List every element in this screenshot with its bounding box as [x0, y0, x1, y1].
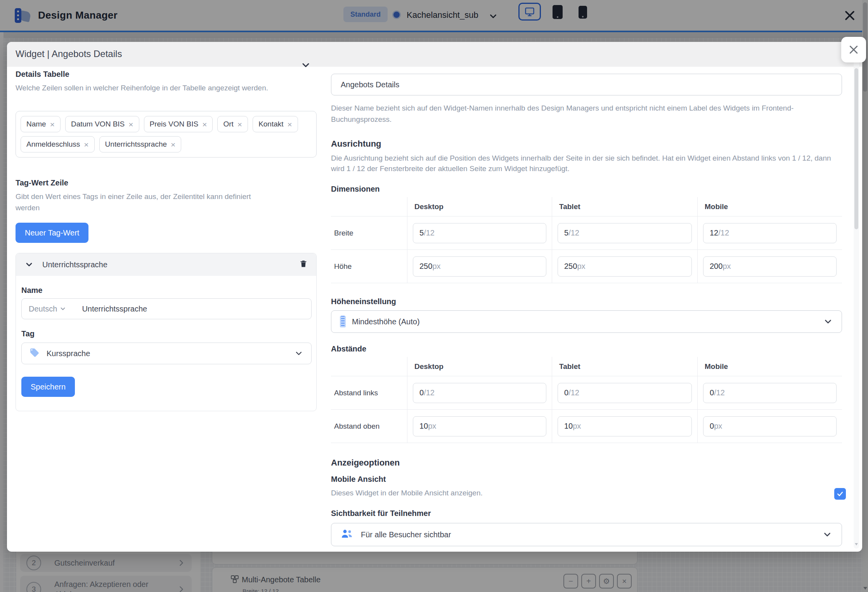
- modal-right-column: Angebots Details Dieser Name bezieht sic…: [331, 42, 842, 552]
- tag-wert-panel: Unterrichtssprache Name Deutsch Unterric…: [16, 253, 317, 411]
- chip[interactable]: Name×: [21, 116, 61, 132]
- chevron-down-icon[interactable]: [294, 349, 303, 358]
- abstand-links-desktop-input[interactable]: 0/12: [413, 383, 546, 403]
- abstand-oben-desktop-input[interactable]: 10px: [413, 416, 546, 436]
- panel-title: Unterrichtssprache: [42, 260, 291, 269]
- chip[interactable]: Anmeldeschluss×: [21, 136, 95, 152]
- tag-wert-description: Gibt den Wert eines Tags in einer Zeile …: [16, 191, 272, 213]
- column-header-desktop: Desktop: [407, 357, 552, 376]
- chip-remove-icon[interactable]: ×: [288, 120, 292, 128]
- breite-mobile-input[interactable]: 12/12: [703, 223, 837, 243]
- chip-remove-icon[interactable]: ×: [237, 120, 242, 128]
- modal-scrollbar-thumb[interactable]: [854, 68, 858, 229]
- ausrichtung-heading: Ausrichtung: [331, 139, 381, 149]
- language-selector[interactable]: Deutsch: [29, 305, 66, 313]
- ausrichtung-description: Die Ausrichtung bezieht sich auf die Pos…: [331, 153, 842, 174]
- breite-desktop-input[interactable]: 5/12: [413, 223, 546, 243]
- details-tabelle-heading: Details Tabelle: [16, 70, 69, 79]
- chip[interactable]: Unterrichtssprache×: [99, 136, 182, 152]
- chip-remove-icon[interactable]: ×: [50, 120, 55, 128]
- hoeheneinstellung-value: Mindesthöhe (Auto): [352, 317, 817, 326]
- sichtbarkeit-label: Sichtbarkeit für Teilnehmer: [331, 509, 431, 518]
- widget-name-hint: Dieser Name bezieht sich auf den Widget-…: [331, 102, 812, 125]
- tag-wert-heading: Tag-Wert Zeile: [16, 178, 68, 187]
- row-label: Breite: [331, 216, 407, 250]
- mobile-ansicht-description: Dieses Widget in der Mobile Ansicht anze…: [331, 487, 797, 499]
- row-label: Höhe: [331, 250, 407, 283]
- chip[interactable]: Kontakt×: [253, 116, 298, 132]
- new-tag-wert-button[interactable]: Neuer Tag-Wert: [16, 223, 88, 243]
- chip-remove-icon[interactable]: ×: [202, 120, 207, 128]
- abstand-oben-mobile-input[interactable]: 0px: [703, 416, 837, 436]
- breite-tablet-input[interactable]: 5/12: [558, 223, 692, 243]
- tag-select[interactable]: Kurssprache: [21, 343, 312, 364]
- abstand-links-mobile-input[interactable]: 0/12: [703, 383, 837, 403]
- dimensionen-heading: Dimensionen: [331, 185, 380, 194]
- abstaende-heading: Abstände: [331, 344, 366, 353]
- chip[interactable]: Datum VON BIS×: [65, 116, 139, 132]
- chip-remove-icon[interactable]: ×: [171, 140, 175, 149]
- name-label: Name: [21, 286, 42, 295]
- dimensionen-table: Desktop Tablet Mobile Breite 5/12 5/12 1…: [331, 197, 842, 283]
- users-icon: [341, 528, 353, 541]
- mobile-ansicht-checkbox[interactable]: [834, 488, 846, 500]
- column-header-mobile: Mobile: [697, 197, 842, 216]
- sichtbarkeit-value: Für alle Besucher sichtbar: [361, 530, 814, 539]
- hoeheneinstellung-select[interactable]: Mindesthöhe (Auto): [331, 310, 842, 333]
- tag-select-value: Kurssprache: [47, 349, 287, 358]
- abstaende-table: Desktop Tablet Mobile Abstand links 0/12…: [331, 357, 842, 443]
- column-header-tablet: Tablet: [552, 357, 697, 376]
- chevron-down-icon[interactable]: [822, 530, 832, 540]
- tag-icon: [29, 348, 40, 359]
- modal-left-column: Details Tabelle Welche Zeilen sollen in …: [16, 42, 317, 552]
- chip[interactable]: Ort×: [217, 116, 248, 132]
- modal-close-button[interactable]: [841, 37, 866, 62]
- hoehe-tablet-input[interactable]: 250px: [558, 256, 692, 277]
- details-tabelle-description: Welche Zeilen sollen in welcher Reihenfo…: [16, 82, 272, 93]
- column-header-tablet: Tablet: [552, 197, 697, 216]
- chevron-down-icon[interactable]: [823, 317, 833, 327]
- widget-settings-modal: Widget | Angebots Details Details Tabell…: [7, 42, 862, 552]
- scroll-down-arrow-icon[interactable]: [855, 543, 858, 545]
- panel-header[interactable]: Unterrichtssprache: [16, 253, 316, 276]
- hoehe-desktop-input[interactable]: 250px: [413, 256, 546, 277]
- mobile-ansicht-label: Mobile Ansicht: [331, 475, 386, 484]
- abstand-oben-tablet-input[interactable]: 10px: [558, 416, 692, 436]
- chip-remove-icon[interactable]: ×: [128, 120, 133, 128]
- widget-name-input[interactable]: Angebots Details: [331, 74, 842, 95]
- save-button[interactable]: Speichern: [21, 377, 75, 397]
- row-chips-container[interactable]: Name× Datum VON BIS× Preis VON BIS× Ort×…: [16, 111, 317, 158]
- trash-icon[interactable]: [299, 259, 308, 270]
- row-label: Abstand links: [331, 376, 407, 410]
- chip[interactable]: Preis VON BIS×: [144, 116, 213, 132]
- height-ruler-icon: [340, 316, 346, 327]
- hoehe-mobile-input[interactable]: 200px: [703, 256, 837, 277]
- name-input[interactable]: Deutsch Unterrichtssprache: [21, 298, 312, 319]
- hoeheneinstellung-label: Höheneinstellung: [331, 297, 396, 306]
- row-label: Abstand oben: [331, 410, 407, 443]
- name-value[interactable]: Unterrichtssprache: [82, 305, 147, 313]
- design-manager-screen: Design Manager Standard Kachelansicht_su…: [0, 0, 868, 592]
- anzeigeoptionen-heading: Anzeigeoptionen: [331, 458, 400, 468]
- chips-expand-chevron-icon[interactable]: [300, 60, 311, 71]
- chip-remove-icon[interactable]: ×: [84, 140, 88, 149]
- panel-collapse-chevron-icon[interactable]: [24, 260, 34, 269]
- column-header-mobile: Mobile: [697, 357, 842, 376]
- modal-scrollbar[interactable]: [854, 44, 859, 549]
- abstand-links-tablet-input[interactable]: 0/12: [558, 383, 692, 403]
- sichtbarkeit-select[interactable]: Für alle Besucher sichtbar: [331, 523, 842, 546]
- column-header-desktop: Desktop: [407, 197, 552, 216]
- tag-label: Tag: [21, 329, 35, 338]
